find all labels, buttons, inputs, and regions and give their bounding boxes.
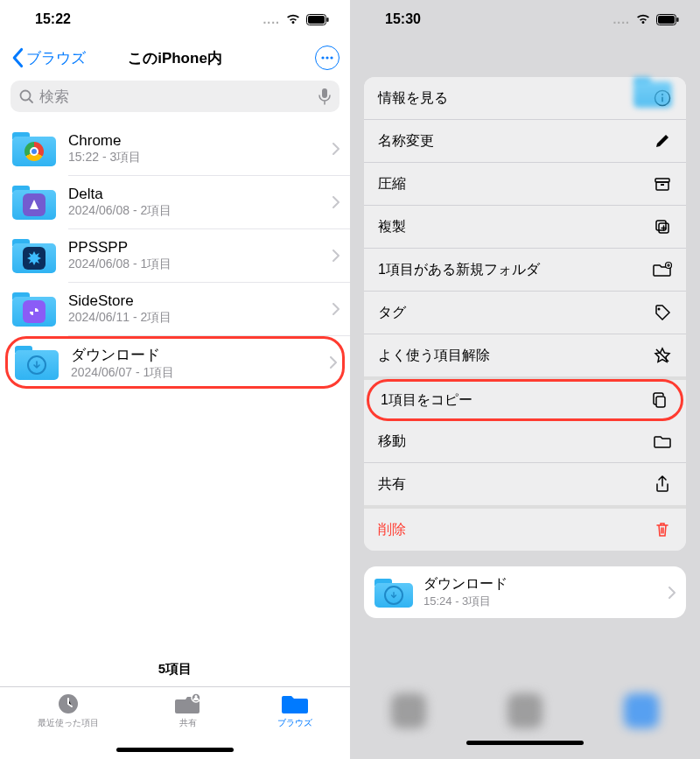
search-input[interactable]: 検索 — [10, 81, 340, 112]
page-title: このiPhone内 — [128, 48, 222, 68]
tab-recents[interactable]: 最近使った項目 — [38, 692, 99, 729]
preview-card[interactable]: ダウンロード 15:24 - 3項目 — [364, 566, 686, 618]
folder-meta: 2024/06/07 - 1項目 — [71, 365, 330, 381]
context-menu: 情報を見る 名称変更 圧縮 複製 1項目がある新規フォルダ タグ よく使う項目解… — [364, 77, 686, 551]
menu-label: 名称変更 — [378, 132, 434, 151]
chevron-right-icon — [332, 249, 340, 262]
delta-icon — [23, 193, 46, 216]
time-label: 15:30 — [385, 11, 421, 27]
phone-right: 15:30 .... 情報を見る 名称変更 圧縮 複製 1項目がある新規フォルダ — [350, 0, 700, 759]
folder-icon — [12, 130, 56, 168]
chevron-right-icon — [330, 356, 337, 369]
svg-rect-13 — [658, 16, 675, 24]
chrome-icon — [24, 142, 44, 161]
archive-icon — [653, 174, 672, 193]
download-icon — [27, 355, 46, 375]
folder-icon — [12, 183, 56, 221]
back-button[interactable]: ブラウズ — [10, 47, 86, 68]
svg-rect-26 — [656, 397, 665, 407]
menu-tags[interactable]: タグ — [364, 292, 686, 334]
menu-label: よく使う項目解除 — [378, 347, 490, 365]
menu-share[interactable]: 共有 — [364, 463, 686, 509]
ellipsis-icon — [321, 56, 333, 60]
menu-label: 移動 — [378, 432, 406, 451]
cellular-icon: .... — [612, 12, 630, 26]
menu-label: 1項目がある新規フォルダ — [378, 261, 540, 279]
tab-label: 最近使った項目 — [38, 717, 99, 729]
duplicate-icon — [653, 217, 672, 236]
menu-compress[interactable]: 圧縮 — [364, 163, 686, 206]
chevron-right-icon — [668, 587, 676, 599]
folder-name: Delta — [68, 186, 332, 203]
share-icon — [653, 474, 672, 494]
folder-meta: 2024/06/11 - 2項目 — [68, 310, 332, 326]
clock-icon — [57, 692, 80, 715]
menu-copy[interactable]: 1項目をコピー — [367, 379, 683, 421]
folder-name: SideStore — [68, 292, 332, 310]
item-count: 5項目 — [0, 652, 350, 686]
svg-rect-8 — [322, 88, 327, 98]
menu-move[interactable]: 移動 — [364, 420, 686, 463]
folder-icon — [374, 576, 413, 609]
chevron-right-icon — [332, 303, 340, 315]
menu-label: 共有 — [378, 475, 406, 494]
time-label: 15:22 — [35, 11, 71, 27]
search-icon — [19, 89, 34, 104]
home-indicator — [116, 748, 234, 752]
svg-rect-22 — [656, 221, 666, 230]
blurred-tab-bar — [350, 689, 700, 733]
menu-remove-favorite[interactable]: よく使う項目解除 — [364, 334, 686, 380]
folder-row-delta[interactable]: Delta 2024/06/08 - 2項目 — [0, 176, 350, 228]
svg-rect-19 — [656, 182, 668, 190]
battery-icon — [306, 14, 329, 25]
menu-label: 1項目をコピー — [381, 391, 472, 410]
more-button[interactable] — [315, 46, 340, 70]
svg-point-5 — [330, 56, 332, 59]
home-indicator — [466, 741, 584, 745]
nav-bar: ブラウズ このiPhone内 — [0, 39, 350, 77]
folder-name: PPSSPP — [68, 239, 332, 257]
folder-row-sidestore[interactable]: SideStore 2024/06/11 - 2項目 — [0, 283, 350, 335]
folder-icon — [653, 432, 672, 451]
menu-duplicate[interactable]: 複製 — [364, 206, 686, 249]
folder-icon — [12, 290, 56, 328]
mic-icon[interactable] — [318, 88, 331, 105]
tab-browse[interactable]: ブラウズ — [277, 692, 312, 729]
folder-row-download[interactable]: ダウンロード 2024/06/07 - 1項目 — [5, 336, 345, 389]
chevron-left-icon — [10, 47, 26, 68]
download-icon — [384, 586, 403, 605]
status-icons: .... — [262, 12, 329, 26]
folder-name: ダウンロード — [71, 345, 330, 365]
svg-line-7 — [29, 99, 32, 102]
chevron-right-icon — [332, 196, 340, 208]
folder-meta: 2024/06/08 - 1項目 — [68, 257, 332, 272]
copy-icon — [650, 390, 669, 410]
svg-point-3 — [321, 56, 324, 59]
svg-point-24 — [658, 308, 661, 311]
back-label: ブラウズ — [26, 48, 86, 68]
card-meta: 15:24 - 3項目 — [424, 594, 668, 609]
folder-meta: 15:22 - 3項目 — [68, 150, 332, 165]
menu-rename[interactable]: 名称変更 — [364, 120, 686, 163]
folder-row-chrome[interactable]: Chrome 15:22 - 3項目 — [0, 123, 350, 175]
search-placeholder: 検索 — [39, 87, 318, 107]
folder-row-ppsspp[interactable]: PPSSPP 2024/06/08 - 1項目 — [0, 229, 350, 282]
pencil-icon — [653, 131, 672, 151]
svg-point-4 — [326, 56, 328, 59]
tab-bar: 最近使った項目 共有 ブラウズ — [0, 686, 350, 748]
chevron-right-icon — [332, 143, 340, 155]
svg-rect-14 — [677, 18, 679, 22]
tab-shared[interactable]: 共有 — [175, 692, 201, 729]
folder-list: Chrome 15:22 - 3項目 Delta 2024/06/08 - 2項… — [0, 123, 350, 652]
wifi-icon — [635, 13, 651, 25]
folder-icon — [12, 236, 56, 275]
status-bar: 15:30 .... — [350, 0, 700, 39]
status-icons: .... — [612, 12, 679, 26]
menu-new-folder-with-item[interactable]: 1項目がある新規フォルダ — [364, 249, 686, 292]
phone-left: 15:22 .... ブラウズ このiPhone内 検索 Chrome 15:2… — [0, 0, 350, 759]
folder-name: Chrome — [68, 132, 332, 150]
folder-plus-icon — [653, 260, 672, 279]
menu-label: 情報を見る — [378, 89, 448, 108]
cellular-icon: .... — [262, 12, 280, 26]
menu-delete[interactable]: 削除 — [364, 509, 686, 551]
